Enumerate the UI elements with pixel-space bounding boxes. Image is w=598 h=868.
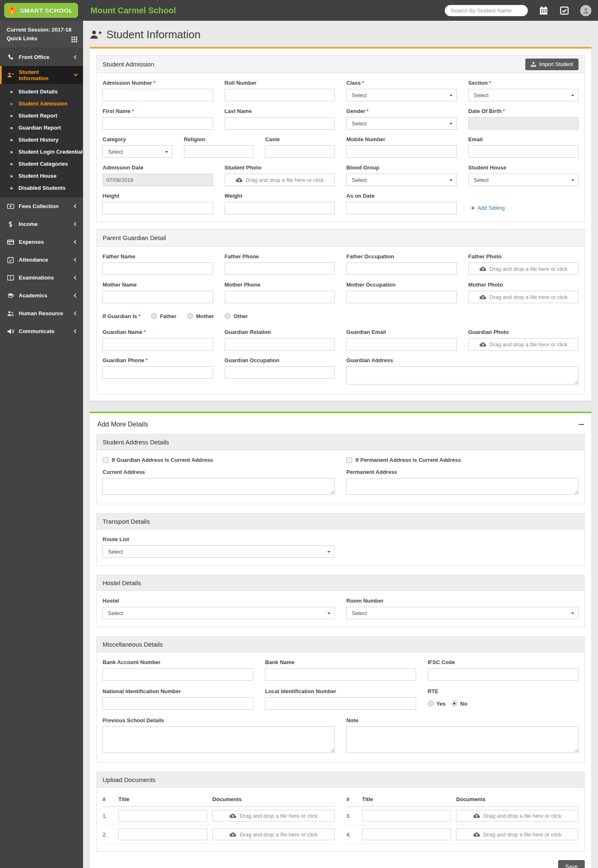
sidebar-item-student-house[interactable]: » Student House [0, 170, 83, 182]
national-id-input[interactable] [103, 697, 253, 710]
app-logo[interactable]: SMART SCHOOL [0, 3, 83, 18]
religion-input[interactable] [184, 145, 254, 158]
guardian-name-input[interactable] [103, 338, 213, 351]
guardian-email-input[interactable] [346, 338, 457, 351]
tasks-icon[interactable] [559, 5, 569, 15]
document-3-title-input[interactable] [362, 810, 451, 821]
checkbox-icon[interactable] [103, 457, 108, 463]
sidebar-item-student-categories[interactable]: » Student Categories [0, 158, 83, 170]
guardian-address-input[interactable] [346, 366, 578, 385]
document-3-dropzone[interactable]: Drag and drop a file here or click [456, 810, 578, 821]
collapse-minus-icon[interactable] [579, 424, 584, 425]
student-photo-dropzone[interactable]: Drag and drop a file here or click [225, 174, 335, 186]
permanent-address-checkbox-row[interactable]: If Permanent Address is Current Address [346, 457, 578, 463]
mother-phone-input[interactable] [225, 291, 335, 303]
sidebar-item-attendance[interactable]: Attendance [0, 251, 83, 269]
local-id-input[interactable] [265, 697, 416, 710]
document-2-title-input[interactable] [118, 829, 207, 840]
rte-yes-radio[interactable]: Yes [428, 701, 446, 707]
sidebar-item-student-history[interactable]: » Student History [0, 134, 83, 146]
sidebar-item-student-login-credential[interactable]: » Student Login Credential [0, 146, 83, 158]
document-4-title-input[interactable] [362, 829, 451, 840]
calendar-icon[interactable] [539, 5, 549, 15]
route-list-select[interactable]: Select [103, 545, 335, 558]
as-on-date-input[interactable] [346, 202, 457, 214]
radio-icon[interactable] [187, 313, 193, 319]
sidebar-item-disabled-students[interactable]: » Disabled Students [0, 182, 83, 194]
quick-links[interactable]: Quick Links [7, 34, 76, 43]
room-number-select[interactable]: Select [346, 607, 578, 619]
first-name-input[interactable] [103, 117, 213, 130]
section-select[interactable]: Select [468, 89, 579, 101]
sidebar-item-communicate[interactable]: Communicate [0, 322, 83, 340]
search-input[interactable] [451, 7, 524, 14]
radio-icon-checked[interactable] [451, 701, 457, 706]
mother-photo-dropzone[interactable]: Drag and drop a file here or click [468, 291, 579, 303]
rte-no-radio[interactable]: No [451, 701, 467, 707]
previous-school-input[interactable] [103, 726, 335, 753]
admission-date-input[interactable] [103, 174, 213, 186]
grid-icon[interactable] [71, 37, 77, 42]
class-select[interactable]: Select [346, 89, 457, 101]
guardian-occupation-input[interactable] [225, 366, 335, 379]
sidebar-item-student-information[interactable]: Student Information [0, 66, 83, 84]
checkbox-icon[interactable] [346, 457, 352, 463]
mobile-number-input[interactable] [346, 145, 457, 158]
caste-input[interactable] [265, 145, 335, 158]
sidebar-item-examinations[interactable]: Examinations [0, 269, 83, 287]
sidebar-item-expenses[interactable]: Expenses [0, 233, 83, 251]
bank-name-input[interactable] [265, 668, 416, 681]
sidebar-item-academics[interactable]: Academics [0, 287, 83, 304]
document-2-dropzone[interactable]: Drag and drop a file here or click [212, 829, 335, 840]
mother-occupation-input[interactable] [346, 291, 457, 303]
document-1-dropzone[interactable]: Drag and drop a file here or click [212, 810, 335, 821]
guardian-other-radio[interactable]: Other [225, 313, 248, 319]
user-avatar[interactable] [580, 5, 591, 16]
guardian-father-radio[interactable]: Father [151, 313, 176, 319]
guardian-relation-input[interactable] [225, 338, 335, 351]
weight-input[interactable] [225, 202, 335, 214]
note-input[interactable] [346, 726, 578, 753]
guardian-phone-input[interactable] [103, 366, 213, 379]
radio-icon[interactable] [428, 701, 434, 706]
guardian-mother-radio[interactable]: Mother [187, 313, 214, 319]
ifsc-code-input[interactable] [428, 668, 578, 681]
father-occupation-input[interactable] [346, 262, 457, 275]
gender-select[interactable]: Select [346, 117, 457, 130]
date-of-birth-input[interactable] [468, 117, 579, 130]
sidebar-item-income[interactable]: Income [0, 215, 83, 233]
sidebar-item-student-details[interactable]: » Student Details [0, 86, 83, 98]
field-admission-number: Admission Number* [103, 80, 213, 101]
height-input[interactable] [103, 202, 213, 214]
radio-icon[interactable] [225, 313, 230, 319]
category-select[interactable]: Select [103, 145, 172, 158]
sidebar-item-student-admission[interactable]: » Student Admission [0, 98, 83, 110]
blood-group-select[interactable]: Select [346, 174, 457, 186]
permanent-address-input[interactable] [346, 478, 578, 495]
email-input[interactable] [468, 145, 579, 158]
document-1-title-input[interactable] [118, 810, 207, 821]
sidebar-item-guardian-report[interactable]: » Guardian Report [0, 122, 83, 134]
import-student-button[interactable]: Import Student [525, 59, 578, 70]
guardian-address-checkbox-row[interactable]: If Guardian Address is Current Address [103, 457, 335, 463]
add-sibling-link[interactable]: + Add Sibling [471, 205, 505, 211]
guardian-photo-dropzone[interactable]: Drag and drop a file here or click [468, 338, 579, 351]
sidebar-item-human-resource[interactable]: Human Resource [0, 304, 83, 322]
admission-number-input[interactable] [103, 89, 213, 101]
sidebar-item-fees-collection[interactable]: Fees Collection [0, 197, 83, 215]
student-house-select[interactable]: Select [468, 174, 579, 186]
last-name-input[interactable] [225, 117, 335, 130]
mother-name-input[interactable] [103, 291, 213, 303]
bank-account-number-input[interactable] [103, 668, 253, 681]
roll-number-input[interactable] [225, 89, 335, 101]
sidebar-item-student-report[interactable]: » Student Report [0, 110, 83, 122]
father-name-input[interactable] [103, 262, 213, 275]
father-photo-dropzone[interactable]: Drag and drop a file here or click [468, 262, 579, 275]
sidebar-item-front-office[interactable]: Front Office [0, 48, 83, 66]
document-4-dropzone[interactable]: Drag and drop a file here or click [456, 829, 578, 840]
hostel-select[interactable]: Select [103, 607, 335, 619]
current-address-input[interactable] [103, 478, 335, 495]
father-phone-input[interactable] [225, 262, 335, 275]
radio-icon[interactable] [151, 313, 157, 319]
save-button[interactable]: Save [558, 860, 585, 868]
